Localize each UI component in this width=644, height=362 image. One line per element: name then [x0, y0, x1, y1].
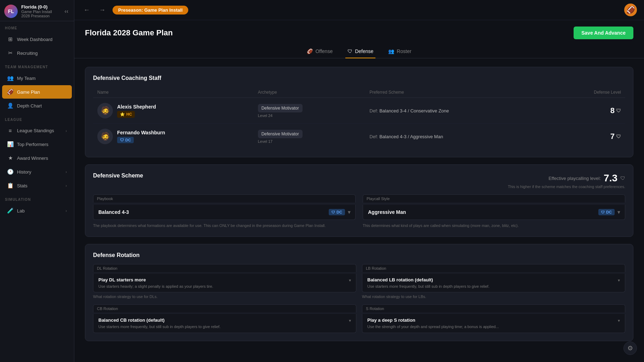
rotation-option-name: Balanced LB rotation (default)	[367, 277, 618, 282]
lab-icon: 🧪	[7, 208, 13, 214]
rotation-select[interactable]: Play DL starters more Use starters heavi…	[93, 274, 356, 293]
save-and-advance-button[interactable]: Save And Advance	[574, 27, 633, 39]
playcall-hint: This determines what kind of plays are c…	[363, 223, 625, 229]
settings-icon[interactable]: ⚙	[623, 341, 637, 355]
defense-rotation-title: Defense Rotation	[93, 252, 625, 258]
sidebar: FL Florida (0-0) Game Plan Install 2028 …	[0, 0, 74, 362]
coaching-staff-table: Name Archetype Preferred Scheme Defense …	[93, 87, 625, 149]
clock-icon: 🕐	[7, 169, 13, 175]
sidebar-home-label: HOME	[0, 21, 74, 32]
rotation-option-name: Play DL starters more	[98, 277, 349, 282]
topbar: ← → Preseason: Game Plan Install 🏈	[74, 0, 644, 20]
sidebar-item-history[interactable]: 🕐 History ›	[2, 165, 72, 179]
team-sub2: 2028 Preseason	[21, 14, 52, 18]
tab-roster[interactable]: 👥 Roster	[386, 45, 413, 58]
preferred-scheme: Def:Balanced 4-3 / Aggressive Man	[369, 134, 443, 139]
scheme-grid: Playbook Balanced 4-3 🛡 DC ▾ The playboo…	[93, 194, 625, 229]
rotation-option-desc: Use the strength of your depth and sprea…	[367, 324, 618, 330]
scissors-icon: ✂	[7, 50, 13, 56]
rotation-field-lb-rotation: LB Rotation Balanced LB rotation (defaul…	[362, 264, 625, 299]
rotation-label: LB Rotation	[362, 264, 625, 272]
sidebar-item-top-performers[interactable]: 📊 Top Performers	[2, 138, 72, 151]
tab-offense[interactable]: 🏈 Offense	[305, 45, 335, 58]
coach-name: Alexis Shepherd	[117, 104, 156, 110]
shield-small-icon: 🛡	[620, 175, 625, 181]
chevron-down-icon: ▾	[618, 278, 620, 283]
team-name: Florida (0-0)	[21, 4, 52, 10]
team-avatar: FL	[4, 5, 18, 18]
sidebar-item-lab[interactable]: 🧪 Lab ›	[2, 204, 72, 217]
defensive-scheme-card: Defensive Scheme Effective playcalling l…	[85, 164, 633, 237]
chevron-right-icon: ›	[65, 170, 67, 174]
tab-offense-label: Offense	[315, 48, 333, 54]
playcall-dc-badge: 🛡 DC	[598, 209, 615, 215]
sidebar-item-week-dashboard[interactable]: ⊞ Week Dashboard	[2, 33, 72, 46]
scheme-cell: Def:Balanced 4-3 / Aggressive Man	[365, 124, 550, 150]
defense-tab-icon: 🛡	[347, 48, 352, 54]
defensive-coaching-title: Defensive Coaching Staff	[93, 75, 625, 81]
defense-level-cell: 8 🛡	[550, 98, 625, 124]
playcall-value: Aggressive Man	[368, 209, 406, 215]
defensive-coaching-card: Defensive Coaching Staff Name Archetype …	[85, 67, 633, 157]
archetype-badge: Defensive Motivator	[258, 130, 303, 138]
sidebar-league-label: LEAGUE	[0, 113, 74, 124]
tab-defense-label: Defense	[355, 48, 373, 54]
rotation-option-desc: Use starters more frequently, but still …	[367, 284, 618, 290]
sidebar-item-label: Recruiting	[17, 51, 38, 56]
col-name: Name	[93, 87, 254, 98]
effective-hint: This is higher if the scheme matches the…	[508, 185, 625, 189]
sidebar-league-section: LEAGUE ≡ League Standings › 📊 Top Perfor…	[0, 113, 74, 193]
archetype-level: Level 24	[258, 113, 361, 118]
person-icon: 👤	[7, 103, 13, 109]
shield-dc-icon: 🛡	[332, 210, 335, 214]
col-scheme: Preferred Scheme	[365, 87, 550, 98]
rotation-select[interactable]: Balanced CB rotation (default) Use start…	[93, 314, 356, 333]
table-row: 🧔 Fernando Washburn 🛡 DC Defensive Motiv…	[93, 124, 625, 150]
archetype-cell: Defensive Motivator Level 17	[254, 124, 366, 150]
sidebar-item-label: Game Plan	[17, 89, 40, 95]
playcall-select[interactable]: Aggressive Man 🛡 DC ▾	[363, 205, 625, 220]
tab-defense[interactable]: 🛡 Defense	[345, 45, 375, 58]
defense-level-cell: 7 🛡	[550, 124, 625, 150]
page-header: Florida 2028 Game Plan Save And Advance	[74, 20, 644, 43]
defense-level-value: 8 🛡	[554, 106, 621, 115]
coach-badge: 🛡 DC	[117, 137, 134, 143]
sidebar-item-label: Lab	[17, 208, 25, 214]
rotation-option-name: Balanced CB rotation (default)	[98, 317, 349, 323]
chevron-right-icon: ›	[65, 183, 67, 188]
rotation-field-s-rotation: S Rotation Play a deep S rotation Use th…	[362, 304, 625, 333]
forward-button[interactable]: →	[97, 5, 108, 15]
sidebar-item-my-team[interactable]: 👥 My Team	[2, 71, 72, 85]
rotation-select[interactable]: Balanced LB rotation (default) Use start…	[362, 274, 625, 293]
rotation-hint: What rotation strategy to use for LBs.	[362, 294, 625, 299]
playbook-field: Playbook Balanced 4-3 🛡 DC ▾ The playboo…	[93, 194, 356, 229]
sidebar-item-depth-chart[interactable]: 👤 Depth Chart	[2, 99, 72, 112]
sidebar-item-game-plan[interactable]: 🏈 Game Plan	[2, 85, 72, 99]
archetype-badge: Defensive Motivator	[258, 104, 303, 112]
sidebar-item-label: History	[17, 169, 31, 175]
sidebar-item-label: My Team	[17, 76, 36, 81]
sidebar-home-section: HOME ⊞ Week Dashboard ✂ Recruiting	[0, 21, 74, 60]
rotation-field-cb-rotation: CB Rotation Balanced CB rotation (defaul…	[93, 304, 356, 333]
chevron-right-icon: ›	[65, 209, 67, 213]
breadcrumb: Preseason: Game Plan Install	[113, 6, 188, 14]
sidebar-item-recruiting[interactable]: ✂ Recruiting	[2, 46, 72, 60]
shield-icon: 🛡	[616, 108, 621, 113]
defense-rotation-card: Defense Rotation DL Rotation Play DL sta…	[85, 244, 633, 341]
shield-icon: 🛡	[616, 134, 621, 139]
scheme-header: Defensive Scheme Effective playcalling l…	[93, 173, 625, 189]
coach-avatar: 🧔	[97, 103, 113, 118]
sidebar-item-stats[interactable]: 📋 Stats ›	[2, 179, 72, 192]
badge-icon: ⭐	[120, 112, 125, 117]
sidebar-item-league-standings[interactable]: ≡ League Standings ›	[2, 124, 72, 137]
playbook-select[interactable]: Balanced 4-3 🛡 DC ▾	[93, 205, 356, 220]
playbook-value: Balanced 4-3	[98, 209, 129, 215]
layers-icon: ≡	[7, 128, 13, 134]
back-button[interactable]: ←	[81, 5, 92, 15]
tab-bar: 🏈 Offense 🛡 Defense 👥 Roster	[74, 43, 644, 58]
collapse-sidebar-button[interactable]: ‹‹	[63, 7, 70, 16]
coach-name: Fernando Washburn	[117, 130, 165, 135]
coach-name-cell: 🧔 Fernando Washburn 🛡 DC	[93, 124, 254, 150]
rotation-select[interactable]: Play a deep S rotation Use the strength …	[362, 314, 625, 333]
sidebar-item-award-winners[interactable]: ★ Award Winners	[2, 151, 72, 165]
